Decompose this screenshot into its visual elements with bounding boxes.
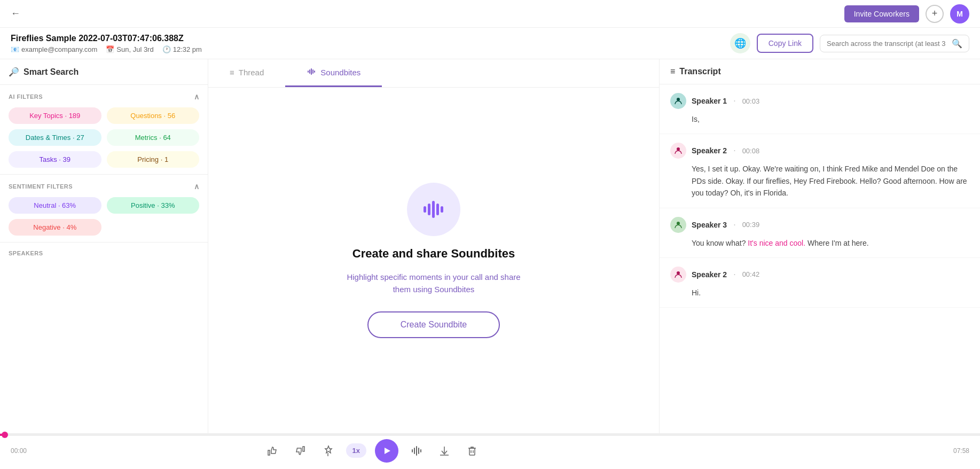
speaker-row-1: Speaker 1 · 00:03 bbox=[670, 93, 969, 109]
tab-soundbites-label: Soundbites bbox=[320, 68, 360, 77]
smart-search-header: 🔎 Smart Search bbox=[0, 59, 208, 85]
thread-icon: ≡ bbox=[230, 68, 234, 77]
positive-chip[interactable]: Positive · 33% bbox=[107, 197, 200, 214]
transcript-icon: ≡ bbox=[670, 67, 675, 76]
transcript-search-container: 🔍 bbox=[820, 35, 969, 52]
tabs-row: ≡ Thread Soundbites bbox=[208, 59, 659, 88]
soundbites-subtitle: Highlight specific moments in your call … bbox=[338, 271, 530, 295]
progress-dot bbox=[2, 432, 8, 438]
pricing-chip[interactable]: Pricing · 1 bbox=[107, 151, 200, 168]
transcript-header: ≡ Transcript bbox=[660, 59, 980, 84]
svg-point-13 bbox=[677, 271, 680, 275]
invite-coworkers-button[interactable]: Invite Coworkers bbox=[844, 5, 919, 22]
transcript-title: Transcript bbox=[679, 67, 720, 76]
ai-filters-chevron[interactable]: ∧ bbox=[194, 92, 200, 101]
thumbs-up-button[interactable] bbox=[263, 441, 282, 460]
neutral-chip[interactable]: Neutral · 63% bbox=[9, 197, 101, 214]
tab-thread[interactable]: ≡ Thread bbox=[208, 59, 285, 87]
back-button[interactable]: ← bbox=[11, 8, 20, 19]
clock-icon: 🕐 bbox=[162, 45, 171, 53]
negative-chip[interactable]: Negative · 4% bbox=[9, 219, 101, 236]
svg-rect-9 bbox=[441, 206, 443, 213]
dot-3: · bbox=[733, 220, 735, 230]
download-button[interactable] bbox=[435, 441, 454, 460]
meeting-header: Fireflies Sample 2022-07-03T07:47:06.388… bbox=[0, 28, 980, 59]
ai-filters-section: AI FILTERS ∧ Key Topics · 189 Questions … bbox=[0, 85, 208, 174]
speed-button[interactable]: 1x bbox=[346, 443, 366, 458]
transcript-panel: ≡ Transcript Speaker 1 · 00:03 Is, bbox=[660, 59, 980, 433]
pin-button[interactable] bbox=[318, 441, 338, 460]
svg-rect-17 bbox=[414, 448, 415, 454]
meeting-header-right: 🌐 Copy Link 🔍 bbox=[730, 33, 969, 53]
ai-filters-grid: Key Topics · 189 Questions · 56 Dates & … bbox=[9, 107, 199, 168]
svg-rect-7 bbox=[432, 201, 435, 218]
create-soundbite-button[interactable]: Create Soundbite bbox=[367, 311, 500, 338]
svg-rect-3 bbox=[312, 69, 313, 74]
meeting-time: 🕐 12:32 pm bbox=[162, 45, 202, 53]
delete-button[interactable] bbox=[462, 441, 482, 460]
speaker4-name: Speaker 2 bbox=[692, 270, 727, 279]
transcript-entry-3: Speaker 3 · 00:39 You know what? It's ni… bbox=[660, 208, 980, 258]
dot-2: · bbox=[733, 146, 735, 155]
speaker-row-4: Speaker 2 · 00:42 bbox=[670, 267, 969, 283]
speaker3-avatar bbox=[670, 217, 686, 233]
svg-rect-1 bbox=[309, 69, 310, 74]
speaker1-avatar bbox=[670, 93, 686, 109]
thumbs-down-button[interactable] bbox=[291, 441, 310, 460]
calendar-icon: 📅 bbox=[106, 45, 114, 53]
svg-rect-0 bbox=[308, 71, 309, 73]
progress-track bbox=[0, 434, 980, 436]
metrics-chip[interactable]: Metrics · 64 bbox=[107, 129, 200, 146]
sidebar: 🔎 Smart Search AI FILTERS ∧ Key Topics ·… bbox=[0, 59, 208, 433]
add-button[interactable]: + bbox=[926, 5, 944, 23]
svg-rect-8 bbox=[436, 204, 439, 215]
transcript-text-4: Hi. bbox=[692, 287, 969, 299]
main-layout: 🔎 Smart Search AI FILTERS ∧ Key Topics ·… bbox=[0, 59, 980, 433]
transcript-text-3: You know what? It's nice and cool. Where… bbox=[692, 237, 969, 249]
player-bar: 00:00 1x bbox=[0, 433, 980, 467]
tab-thread-label: Thread bbox=[239, 68, 264, 77]
play-button[interactable] bbox=[375, 439, 398, 463]
player-time-right: 07:58 bbox=[953, 447, 969, 455]
waveform-button[interactable] bbox=[407, 441, 426, 460]
globe-button[interactable]: 🌐 bbox=[730, 33, 750, 53]
speakers-section: SPEAKERS bbox=[0, 243, 208, 267]
copy-link-button[interactable]: Copy Link bbox=[757, 34, 813, 53]
speaker3-time: 00:39 bbox=[742, 221, 760, 229]
transcript-search-input[interactable] bbox=[827, 40, 947, 48]
speaker1-name: Speaker 1 bbox=[692, 97, 727, 105]
svg-rect-18 bbox=[416, 446, 417, 456]
soundbites-icon-circle bbox=[407, 183, 460, 236]
sentiment-filters-title: SENTIMENT FILTERS ∧ bbox=[9, 182, 199, 191]
dot-4: · bbox=[733, 270, 735, 279]
meeting-email: 📧 example@company.com bbox=[11, 45, 97, 53]
center-panel: ≡ Thread Soundbites bbox=[208, 59, 660, 433]
dot-1: · bbox=[733, 96, 735, 106]
key-topics-chip[interactable]: Key Topics · 189 bbox=[9, 107, 101, 124]
svg-rect-22 bbox=[469, 448, 475, 455]
svg-rect-5 bbox=[424, 206, 426, 213]
svg-point-11 bbox=[677, 147, 680, 151]
email-icon: 📧 bbox=[11, 45, 19, 53]
meeting-meta: 📧 example@company.com 📅 Sun, Jul 3rd 🕐 1… bbox=[11, 45, 202, 53]
tasks-chip[interactable]: Tasks · 39 bbox=[9, 151, 101, 168]
speaker2-time: 00:08 bbox=[742, 147, 760, 155]
svg-point-10 bbox=[677, 98, 680, 101]
dates-times-chip[interactable]: Dates & Times · 27 bbox=[9, 129, 101, 146]
soundbites-content: Create and share Soundbites Highlight sp… bbox=[208, 88, 659, 433]
tab-soundbites[interactable]: Soundbites bbox=[285, 59, 382, 87]
speaker2-avatar bbox=[670, 143, 686, 159]
svg-rect-4 bbox=[314, 71, 315, 73]
svg-rect-6 bbox=[428, 204, 430, 215]
questions-chip[interactable]: Questions · 56 bbox=[107, 107, 200, 124]
meeting-info: Fireflies Sample 2022-07-03T07:47:06.388… bbox=[11, 34, 202, 53]
progress-fill bbox=[0, 434, 5, 436]
svg-rect-20 bbox=[420, 449, 421, 452]
top-nav-right: Invite Coworkers + M bbox=[844, 4, 969, 24]
top-nav: ← Invite Coworkers + M bbox=[0, 0, 980, 28]
svg-rect-19 bbox=[418, 448, 419, 454]
avatar-button[interactable]: M bbox=[950, 4, 969, 24]
progress-container[interactable] bbox=[0, 434, 980, 436]
svg-rect-2 bbox=[311, 68, 312, 75]
sentiment-chevron[interactable]: ∧ bbox=[194, 182, 200, 191]
